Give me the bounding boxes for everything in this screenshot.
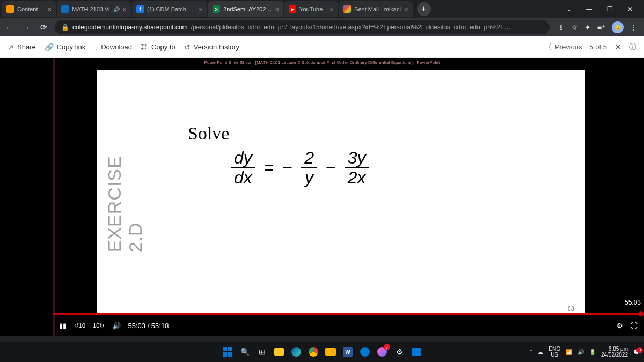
settings-icon[interactable]: ⚙ xyxy=(617,322,623,330)
minus-sign: − xyxy=(326,158,336,178)
url-input[interactable]: 🔒 colegiodemuntinlupa-my.sharepoint.com/… xyxy=(55,20,550,34)
label: Copy link xyxy=(57,43,85,51)
clock[interactable]: 6:05 pm24/02/2022 xyxy=(601,346,628,358)
label: Previous xyxy=(555,43,582,51)
chrome-icon[interactable] xyxy=(306,345,320,359)
tab-youtube[interactable]: ▶ YouTube × xyxy=(284,1,338,17)
minimize-button[interactable]: — xyxy=(583,5,596,13)
volume-button[interactable]: 🔊 xyxy=(112,322,121,330)
chevron-down-icon[interactable]: ⌄ xyxy=(562,5,575,13)
tab-title: YouTube xyxy=(299,6,326,12)
maximize-button[interactable]: ❐ xyxy=(603,5,616,13)
edge-icon-2[interactable] xyxy=(358,345,372,359)
tab-title: 2ndSem_AY2021_2 xyxy=(223,6,272,12)
tab-2ndsem[interactable]: X 2ndSem_AY2021_2 × xyxy=(208,1,283,17)
volume-icon[interactable]: 🔊 xyxy=(577,349,584,355)
forward-10-button[interactable]: 10↻ xyxy=(93,322,104,329)
onedrive-tray-icon[interactable]: ☁ xyxy=(538,349,543,355)
slide-canvas: EXERCISE 2.D Solve dydx = − 2y − 3y2x xyxy=(97,70,585,313)
messenger-icon[interactable]: 7 xyxy=(375,345,389,359)
pause-button[interactable]: ▮▮ xyxy=(59,322,67,330)
url-domain: colegiodemuntinlupa-my.sharepoint.com xyxy=(72,24,188,31)
video-time: 55:03 / 55:18 xyxy=(128,322,169,330)
sidebar-marker xyxy=(53,58,55,336)
video-timestamp: 55:03 xyxy=(625,299,641,306)
audio-icon[interactable]: 🔊 xyxy=(113,6,120,12)
tab-title: Content xyxy=(17,6,44,12)
share-icon[interactable]: ⇪ xyxy=(558,23,565,32)
new-tab-button[interactable]: + xyxy=(417,2,431,16)
copy-to-button[interactable]: ⿻Copy to xyxy=(141,43,175,51)
notifications-icon[interactable]: 💬3 xyxy=(633,349,640,355)
address-bar: ← → ⟳ 🔒 colegiodemuntinlupa-my.sharepoin… xyxy=(0,18,644,36)
search-button[interactable]: 🔍 xyxy=(238,345,252,359)
edge-icon[interactable] xyxy=(289,345,303,359)
label: Share xyxy=(17,43,36,51)
start-button[interactable] xyxy=(221,345,235,359)
system-tray: ˄ ☁ ENGUS 📶 🔊 🔋 6:05 pm24/02/2022 💬3 xyxy=(530,346,640,358)
svg-rect-1 xyxy=(228,347,232,351)
star-icon[interactable]: ☆ xyxy=(571,23,578,32)
slide-heading: Solve xyxy=(188,123,553,144)
lang-bot: US xyxy=(548,352,560,358)
menu-icon[interactable]: ⋮ xyxy=(630,23,638,32)
tab-sentmail[interactable]: Sent Mail - mikacl × xyxy=(339,1,412,17)
minus-sign: − xyxy=(282,158,292,178)
extensions-icon[interactable]: ✦ xyxy=(584,23,591,32)
copy-link-button[interactable]: 🔗Copy link xyxy=(45,43,85,51)
history-icon: ↺ xyxy=(184,43,191,51)
video-controls: ▮▮ ↺10 10↻ 🔊 55:03 / 55:18 ⚙ ⛶ xyxy=(53,315,644,336)
chevron-up-icon[interactable]: ˄ xyxy=(530,349,532,355)
info-icon[interactable]: ⓘ xyxy=(629,42,636,52)
close-icon[interactable]: × xyxy=(123,5,127,13)
close-icon[interactable]: × xyxy=(330,5,334,13)
excel-icon: X xyxy=(213,5,220,13)
lang-top: ENG xyxy=(548,346,560,352)
battery-icon[interactable]: 🔋 xyxy=(589,349,596,355)
download-button[interactable]: ↓Download xyxy=(94,43,132,51)
favicon xyxy=(6,5,14,13)
badge: 7 xyxy=(384,344,390,350)
task-view-button[interactable]: ⊞ xyxy=(255,345,269,359)
close-icon[interactable]: × xyxy=(275,5,280,13)
gmail-icon xyxy=(343,5,351,13)
page-count: 5 of 5 xyxy=(589,43,607,51)
language-indicator[interactable]: ENGUS xyxy=(548,346,560,358)
slide-number: 83 xyxy=(568,305,574,312)
numerator: 2 xyxy=(301,149,317,168)
close-button[interactable]: ✕ xyxy=(624,5,636,13)
close-icon[interactable]: × xyxy=(404,5,408,13)
settings-icon[interactable]: ⚙ xyxy=(392,345,406,359)
label: Download xyxy=(101,43,132,51)
calendar-icon[interactable] xyxy=(409,345,423,359)
share-icon: ↗ xyxy=(8,43,14,51)
onedrive-toolbar: ↗Share 🔗Copy link ↓Download ⿻Copy to ↺Ve… xyxy=(0,36,644,58)
reading-list-icon[interactable]: ≡⁺ xyxy=(597,23,605,32)
close-icon[interactable]: × xyxy=(47,5,52,13)
label: Version history xyxy=(194,43,239,51)
taskbar: 🔍 ⊞ W 7 ⚙ ˄ ☁ ENGUS 📶 🔊 🔋 6:05 pm24/02/2… xyxy=(0,342,644,362)
tab-math[interactable]: MATH 2103 Vi 🔊 × xyxy=(57,1,131,17)
close-icon[interactable]: ✕ xyxy=(614,42,621,52)
explorer-icon[interactable] xyxy=(272,345,286,359)
folder-icon[interactable] xyxy=(324,345,338,359)
time: 6:05 pm xyxy=(601,346,628,352)
close-icon[interactable]: × xyxy=(199,5,203,13)
reload-button[interactable]: ⟳ xyxy=(38,23,49,32)
date: 24/02/2022 xyxy=(601,352,628,358)
word-icon[interactable]: W xyxy=(341,345,355,359)
tab-cdm[interactable]: f (1) CDM Batch 202 × xyxy=(132,1,207,17)
favicon xyxy=(61,5,69,13)
share-button[interactable]: ↗Share xyxy=(8,43,36,51)
profile-avatar[interactable]: 🙂 xyxy=(612,21,624,33)
wifi-icon[interactable]: 📶 xyxy=(566,349,572,355)
facebook-icon: f xyxy=(136,5,144,13)
version-history-button[interactable]: ↺Version history xyxy=(184,43,239,51)
fullscreen-button[interactable]: ⛶ xyxy=(631,322,638,330)
tab-content[interactable]: Content × xyxy=(2,1,56,17)
forward-button[interactable]: → xyxy=(20,23,32,32)
back-button[interactable]: ← xyxy=(3,23,15,32)
rewind-10-button[interactable]: ↺10 xyxy=(74,322,85,329)
previous-button[interactable]: 〈Previous xyxy=(544,42,582,52)
powerpoint-titlebar: PowerPoint Slide Show - [MATH 2103 Lectu… xyxy=(204,60,440,65)
